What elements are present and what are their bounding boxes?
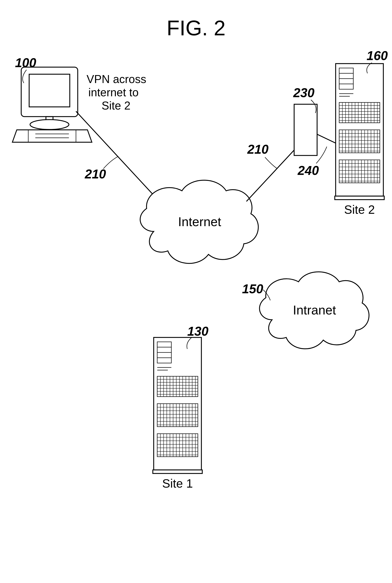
internet-cloud: Internet — [140, 180, 258, 264]
cloud-internet-label: Internet — [178, 215, 221, 229]
ref-210-right: 210 — [247, 142, 268, 156]
figure-canvas: FIG. 2 100 VPN across internet to Site 2… — [0, 0, 392, 583]
server-site2 — [335, 64, 384, 200]
ref-100: 100 — [15, 56, 36, 70]
ref-230: 230 — [293, 86, 314, 100]
gateway-server-link — [317, 134, 336, 143]
server-site1 — [153, 338, 202, 474]
ref-160: 160 — [366, 48, 388, 63]
svg-rect-17 — [335, 196, 384, 200]
ref-150: 150 — [242, 282, 263, 296]
gateway-box — [294, 104, 317, 156]
ref-240: 240 — [297, 164, 319, 178]
ref-130: 130 — [187, 324, 208, 338]
figure-title: FIG. 2 — [166, 16, 226, 40]
site1-label: Site 1 — [162, 477, 193, 490]
site2-label: Site 2 — [344, 203, 375, 216]
vpn-link-left — [76, 111, 164, 207]
vpn-label-3: Site 2 — [102, 99, 130, 112]
ref-210-left: 210 — [84, 167, 106, 181]
svg-point-2 — [30, 120, 69, 130]
client-workstation — [12, 67, 92, 142]
vpn-label-1: VPN across — [86, 73, 146, 86]
svg-rect-28 — [153, 470, 202, 474]
svg-rect-1 — [29, 74, 70, 107]
intranet-cloud: Intranet — [260, 272, 369, 349]
vpn-label-2: internet to — [88, 86, 139, 99]
cloud-intranet-label: Intranet — [293, 303, 336, 317]
